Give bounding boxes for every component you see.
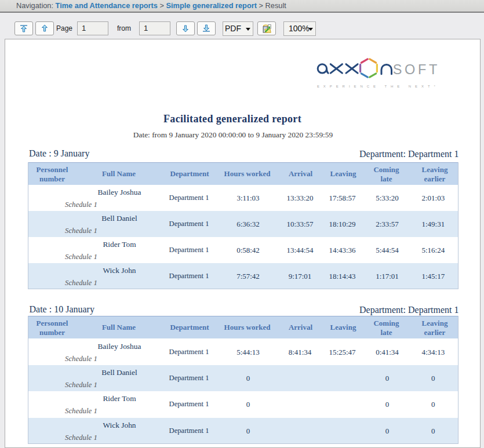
svg-text:EXPERIENCE THE NEXT°: EXPERIENCE THE NEXT° (317, 85, 436, 88)
svg-text:SOFT: SOFT (393, 62, 440, 77)
